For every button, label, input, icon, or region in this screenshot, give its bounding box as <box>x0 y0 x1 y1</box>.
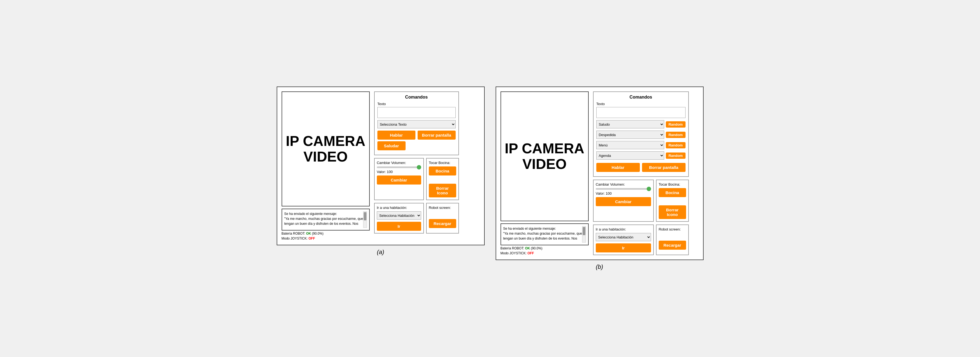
volume-label-b: Cambiar Volumen: <box>596 182 651 186</box>
bocina-btn-a[interactable]: Bocina <box>429 166 456 175</box>
hablar-btn-b[interactable]: Hablar <box>596 163 640 172</box>
hab-screen-row-a: Ir a una habitación: Selecciona Habitaci… <box>374 203 459 234</box>
screen-label-a: Robot screen: <box>429 206 456 210</box>
hablar-borrar-row-b: Hablar Borrar pantalla <box>596 163 686 172</box>
hab-screen-row-b: Ir a una habitación: Selecciona Habitaci… <box>593 225 689 255</box>
select-rows-b: Saludo Random Despedida Random <box>596 120 686 161</box>
select-despedida[interactable]: Despedida <box>596 131 664 139</box>
select-agenda[interactable]: Agenda <box>596 151 664 159</box>
valor-text-a: Valor: 100 <box>377 170 421 174</box>
scrollbar-a[interactable] <box>363 211 367 228</box>
comandos-title-a: Comandos <box>377 95 456 100</box>
select-row-saludo: Saludo Random <box>596 120 686 128</box>
joystick-row-b: Modo JOYSTICK: OFF <box>501 251 589 255</box>
camera-title-a: IP CAMERAVIDEO <box>286 133 365 164</box>
scrollbar-thumb-a <box>364 212 366 220</box>
borrar-btn-b[interactable]: Borrar pantalla <box>642 163 686 172</box>
saludar-btn-a[interactable]: Saludar <box>377 141 406 150</box>
hablar-borrar-row-a: Hablar Borrar pantalla <box>377 131 456 140</box>
battery-row-b: Batería ROBOT: OK (90.0%) <box>501 246 589 250</box>
bocina-btn-b[interactable]: Bocina <box>659 188 686 197</box>
panel-b: IP CAMERAVIDEO Se ha enviado el siguient… <box>496 86 703 271</box>
panel-label-a: (a) <box>377 249 384 256</box>
slider-container-b <box>596 188 651 190</box>
joystick-label-a: Modo JOYSTICK: <box>282 236 309 241</box>
text-label-a: Texto <box>377 102 456 106</box>
battery-label-b: Batería ROBOT: <box>501 246 525 250</box>
comandos-title-b: Comandos <box>596 95 686 100</box>
valor-text-b: Valor: 100 <box>596 191 651 196</box>
main-container: IP CAMERAVIDEO Se ha enviado el siguient… <box>277 86 703 271</box>
borrar-icono-btn-a[interactable]: Borrar Icono <box>429 184 456 198</box>
bottom-info-a: Se ha enviado el siguiente mensaje: "Ya … <box>282 209 370 241</box>
random-btn-saludo[interactable]: Random <box>666 121 686 128</box>
comandos-box-b: Comandos Texto Saludo Random <box>593 91 689 177</box>
saludar-row-a: Saludar <box>377 141 456 150</box>
screen-box-b: Robot screen: Recargar <box>656 225 689 255</box>
bocina-label-a: Tocar Bocina: <box>429 161 456 165</box>
cambiar-btn-a[interactable]: Cambiar <box>377 175 421 185</box>
slider-container-a <box>377 166 421 168</box>
select-row-despedida: Despedida Random <box>596 131 686 139</box>
panel-a-left: IP CAMERAVIDEO Se ha enviado el siguient… <box>282 91 370 241</box>
bocina-box-b: Tocar Bocina: Bocina Borrar Icono <box>656 180 689 222</box>
message-text-b: Se ha enviado el siguiente mensaje: "Ya … <box>503 226 582 242</box>
message-area-b: Se ha enviado el siguiente mensaje: "Ya … <box>501 223 589 245</box>
panel-label-b: (b) <box>596 263 603 271</box>
joystick-label-b: Modo JOYSTICK: <box>501 251 528 255</box>
volume-slider-b[interactable] <box>596 188 651 190</box>
panel-a-inner: IP CAMERAVIDEO Se ha enviado el siguient… <box>277 86 485 245</box>
select-row-agenda: Agenda Random <box>596 151 686 159</box>
volume-bocina-row-b: Cambiar Volumen: Valor: 100 Cambiar Toca… <box>593 180 689 222</box>
select-row-menu: Menú Random <box>596 141 686 149</box>
hab-label-b: Ir a una habitación: <box>596 227 651 231</box>
camera-view-b: IP CAMERAVIDEO <box>501 91 589 221</box>
battery-percent-b: (90.0%) <box>530 246 542 250</box>
text-input-a[interactable] <box>377 107 456 118</box>
cambiar-btn-b[interactable]: Cambiar <box>596 197 651 206</box>
bottom-info-b: Se ha enviado el siguiente mensaje: "Ya … <box>501 223 589 255</box>
battery-label-a: Batería ROBOT: <box>282 232 306 236</box>
volume-slider-a[interactable] <box>377 166 421 168</box>
joystick-off-b: OFF <box>527 251 534 255</box>
volume-bocina-row-a: Cambiar Volumen: Valor: 100 Cambiar Toca… <box>374 158 459 200</box>
battery-percent-a: (90.0%) <box>311 232 323 236</box>
volume-box-a: Cambiar Volumen: Valor: 100 Cambiar <box>374 158 424 200</box>
select-saludo[interactable]: Saludo <box>596 120 664 128</box>
scrollbar-thumb-b <box>583 227 585 235</box>
borrar-icono-btn-b[interactable]: Borrar Icono <box>659 205 686 219</box>
random-btn-despedida[interactable]: Random <box>666 132 686 138</box>
hablar-btn-a[interactable]: Hablar <box>377 131 415 140</box>
ir-btn-a[interactable]: Ir <box>377 222 421 231</box>
battery-ok-a: OK <box>306 232 311 236</box>
battery-ok-b: OK <box>525 246 530 250</box>
panel-b-left: IP CAMERAVIDEO Se ha enviado el siguient… <box>501 91 589 255</box>
recargar-btn-b[interactable]: Recargar <box>659 241 686 250</box>
select-hab-a[interactable]: Selecciona Habitación <box>377 211 421 220</box>
message-text-a: Se ha enviado el siguiente mensaje: "Ya … <box>284 211 363 228</box>
hab-label-a: Ir a una habitación: <box>377 206 421 210</box>
select-menu[interactable]: Menú <box>596 141 664 149</box>
select-hab-b[interactable]: Selecciona Habitación <box>596 233 651 241</box>
camera-view-a: IP CAMERAVIDEO <box>282 91 370 206</box>
joystick-row-a: Modo JOYSTICK: OFF <box>282 236 370 241</box>
text-input-b[interactable] <box>596 107 686 118</box>
comandos-section-a: Comandos Texto Selecciona Texto Hablar B… <box>374 91 459 241</box>
recargar-btn-a[interactable]: Recargar <box>429 219 456 228</box>
random-btn-agenda[interactable]: Random <box>666 153 686 159</box>
volume-label-a: Cambiar Volumen: <box>377 161 421 165</box>
scrollbar-b[interactable] <box>582 226 586 242</box>
message-area-a: Se ha enviado el siguiente mensaje: "Ya … <box>282 209 370 231</box>
joystick-off-a: OFF <box>309 236 315 241</box>
select-texto-a[interactable]: Selecciona Texto <box>377 120 456 128</box>
panel-a: IP CAMERAVIDEO Se ha enviado el siguient… <box>277 86 485 256</box>
random-btn-menu[interactable]: Random <box>666 142 686 148</box>
borrar-btn-a[interactable]: Borrar pantalla <box>418 131 456 140</box>
bocina-label-b: Tocar Bocina: <box>659 182 686 186</box>
panel-b-inner: IP CAMERAVIDEO Se ha enviado el siguient… <box>496 86 703 260</box>
hab-box-b: Ir a una habitación: Selecciona Habitaci… <box>593 225 654 255</box>
comandos-section-b: Comandos Texto Saludo Random <box>593 91 689 255</box>
volume-box-b: Cambiar Volumen: Valor: 100 Cambiar <box>593 180 654 222</box>
ir-btn-b[interactable]: Ir <box>596 243 651 252</box>
text-label-b: Texto <box>596 102 686 106</box>
